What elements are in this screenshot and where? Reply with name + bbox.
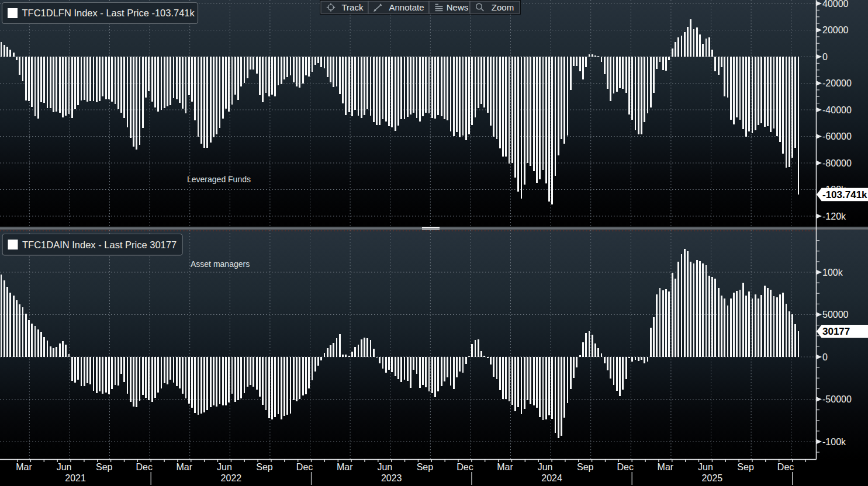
svg-text:-50000: -50000 bbox=[822, 394, 852, 404]
svg-text:2025: 2025 bbox=[702, 473, 723, 483]
svg-text:-40000: -40000 bbox=[822, 105, 852, 115]
svg-text:Dec: Dec bbox=[777, 462, 794, 472]
svg-text:TFC1DAIN Index - Last Price 30: TFC1DAIN Index - Last Price 30177 bbox=[22, 239, 177, 250]
svg-text:Leveraged Funds: Leveraged Funds bbox=[187, 175, 251, 184]
svg-text:0: 0 bbox=[822, 352, 828, 362]
svg-text:Annotate: Annotate bbox=[389, 2, 424, 12]
svg-text:2022: 2022 bbox=[221, 473, 242, 483]
svg-text:Mar: Mar bbox=[658, 462, 674, 472]
svg-text:-120k: -120k bbox=[822, 211, 846, 221]
svg-text:100k: 100k bbox=[822, 268, 843, 277]
svg-text:News: News bbox=[447, 2, 469, 12]
svg-text:Zoom: Zoom bbox=[492, 2, 514, 12]
svg-text:Sep: Sep bbox=[256, 462, 273, 472]
svg-text:Dec: Dec bbox=[296, 462, 313, 472]
svg-text:Asset managers: Asset managers bbox=[191, 259, 250, 269]
svg-text:-100k: -100k bbox=[822, 437, 846, 447]
svg-text:-80000: -80000 bbox=[822, 158, 852, 168]
svg-text:Jun: Jun bbox=[538, 462, 553, 472]
svg-text:Dec: Dec bbox=[136, 462, 153, 472]
svg-text:Mar: Mar bbox=[497, 462, 513, 472]
svg-text:-103.741k: -103.741k bbox=[822, 189, 867, 200]
svg-text:Mar: Mar bbox=[177, 462, 193, 472]
svg-text:Jun: Jun bbox=[377, 462, 392, 472]
svg-text:2024: 2024 bbox=[541, 473, 562, 483]
svg-text:Sep: Sep bbox=[96, 462, 113, 472]
svg-text:30177: 30177 bbox=[822, 326, 850, 337]
svg-text:2023: 2023 bbox=[381, 473, 402, 483]
svg-text:2021: 2021 bbox=[65, 473, 86, 483]
svg-text:Jun: Jun bbox=[57, 462, 72, 472]
svg-text:Mar: Mar bbox=[337, 462, 353, 472]
svg-text:Track: Track bbox=[342, 2, 364, 12]
svg-text:Sep: Sep bbox=[577, 462, 594, 472]
svg-text:50000: 50000 bbox=[822, 310, 849, 320]
svg-text:Jun: Jun bbox=[217, 462, 232, 472]
svg-text:TFC1DLFN Index - Last Price -1: TFC1DLFN Index - Last Price -103.741k bbox=[22, 8, 195, 18]
svg-text:Sep: Sep bbox=[737, 462, 754, 472]
svg-text:Jun: Jun bbox=[698, 462, 713, 472]
svg-text:Dec: Dec bbox=[617, 462, 634, 472]
svg-text:40000: 40000 bbox=[822, 0, 849, 9]
svg-text:-60000: -60000 bbox=[822, 131, 852, 141]
svg-text:Dec: Dec bbox=[457, 462, 473, 472]
svg-text:0: 0 bbox=[822, 52, 828, 62]
svg-text:20000: 20000 bbox=[822, 25, 849, 35]
svg-text:Mar: Mar bbox=[16, 462, 32, 472]
svg-text:Sep: Sep bbox=[417, 462, 434, 472]
svg-text:-20000: -20000 bbox=[822, 78, 852, 88]
